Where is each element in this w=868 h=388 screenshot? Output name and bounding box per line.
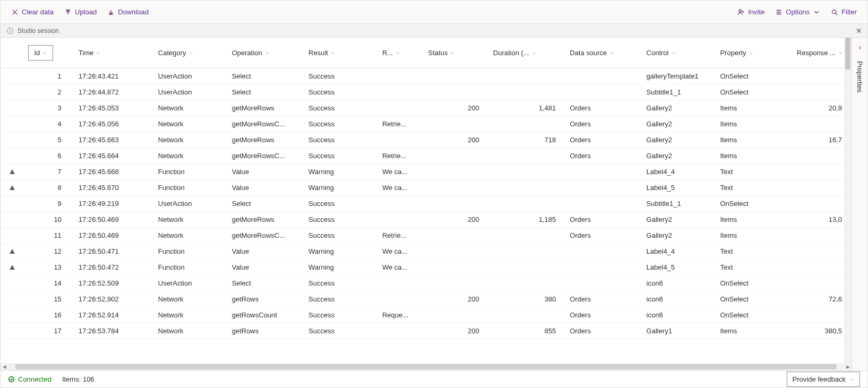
row-id: 16: [24, 307, 74, 323]
invite-button[interactable]: Invite: [737, 8, 764, 16]
grid-scroll[interactable]: Id Time Category Operation Result R... S…: [1, 38, 852, 363]
row-datasource: [565, 196, 642, 212]
row-warn-cell: [1, 116, 24, 132]
row-id: 12: [24, 244, 74, 260]
row-resultinfo: Retrie...: [378, 148, 424, 164]
row-datasource: Orders: [565, 323, 642, 339]
row-id: 17: [24, 323, 74, 339]
col-category[interactable]: Category: [154, 38, 228, 68]
provide-feedback-button[interactable]: Provide feedback: [787, 372, 860, 387]
col-time[interactable]: Time: [74, 38, 154, 68]
table-row[interactable]: 417:26:45.056NetworkgetMoreRowsC...Succe…: [1, 116, 852, 132]
row-resultinfo: We ca...: [378, 260, 424, 275]
row-operation: getMoreRows: [228, 132, 304, 148]
row-control: Label4_5: [642, 260, 716, 275]
warning-icon: [10, 185, 15, 190]
row-warn-cell: [1, 100, 24, 116]
table-row[interactable]: 1117:26:50.469NetworkgetMoreRowsC...Succ…: [1, 228, 852, 244]
row-result: Warning: [304, 260, 378, 275]
row-response: 20,9: [793, 100, 852, 116]
table-row[interactable]: 1517:26:52.902NetworkgetRowsSuccess20038…: [1, 291, 852, 307]
close-infobar-button[interactable]: ✕: [856, 27, 862, 35]
row-warn-cell: [1, 260, 24, 275]
row-time: 17:26:52.509: [74, 275, 154, 291]
row-duration: 1,481: [489, 100, 565, 116]
col-response[interactable]: Response ...: [793, 38, 852, 68]
row-control: Label4_5: [642, 180, 716, 196]
filter-label: Filter: [841, 8, 857, 16]
properties-panel-collapsed: ‹ Properties: [852, 38, 867, 370]
table-row[interactable]: 1617:26:52.914NetworkgetRowsCountSuccess…: [1, 307, 852, 323]
row-id: 6: [24, 148, 74, 164]
col-result[interactable]: Result: [304, 38, 378, 68]
table-row[interactable]: 517:26:45.663NetworkgetMoreRowsSuccess20…: [1, 132, 852, 148]
row-control: Gallery2: [642, 148, 716, 164]
row-status: [424, 164, 489, 180]
col-control[interactable]: Control: [642, 38, 716, 68]
row-control: Gallery2: [642, 132, 716, 148]
row-operation: getRowsCount: [228, 307, 304, 323]
table-row[interactable]: 617:26:45.664NetworkgetMoreRowsC...Succe…: [1, 148, 852, 164]
clear-data-button[interactable]: Clear data: [11, 8, 54, 16]
row-operation: Value: [228, 180, 304, 196]
horizontal-scrollbar[interactable]: ◀▶: [1, 363, 852, 370]
chevron-down-icon: [395, 50, 400, 56]
row-status: [424, 148, 489, 164]
col-property[interactable]: Property: [716, 38, 792, 68]
row-control: Gallery2: [642, 212, 716, 228]
row-datasource: Orders: [565, 132, 642, 148]
warning-icon: [10, 249, 15, 254]
table-row[interactable]: 917:26:49.219UserActionSelectSuccessSubt…: [1, 196, 852, 212]
upload-button[interactable]: Upload: [64, 8, 97, 16]
row-datasource: [565, 275, 642, 291]
col-status[interactable]: Status: [424, 38, 489, 68]
chevron-down-icon: [813, 8, 820, 16]
col-resultinfo[interactable]: R...: [378, 38, 424, 68]
expand-panel-button[interactable]: ‹: [858, 43, 861, 51]
row-datasource: [565, 84, 642, 100]
table-row[interactable]: 1217:26:50.471FunctionValueWarningWe ca.…: [1, 244, 852, 260]
table-row[interactable]: 117:26:43.421UserActionSelectSuccessgall…: [1, 68, 852, 84]
row-status: 200: [424, 323, 489, 339]
options-button[interactable]: Options: [775, 8, 820, 16]
row-property: Items: [716, 100, 792, 116]
col-duration[interactable]: Duration (...: [489, 38, 565, 68]
row-id: 7: [24, 164, 74, 180]
table-row[interactable]: 1717:26:53.784NetworkgetRowsSuccess20085…: [1, 323, 852, 339]
col-id[interactable]: Id: [24, 38, 74, 68]
table-row[interactable]: 217:26:44.872UserActionSelectSuccessSubt…: [1, 84, 852, 100]
row-result: Success: [304, 100, 378, 116]
download-label: Download: [118, 8, 149, 16]
table-row[interactable]: 1317:26:50.472FunctionValueWarningWe ca.…: [1, 260, 852, 275]
row-operation: Select: [228, 68, 304, 84]
row-result: Success: [304, 275, 378, 291]
row-category: UserAction: [154, 68, 228, 84]
row-status: [424, 260, 489, 275]
table-row[interactable]: 1417:26:52.509UserActionSelectSuccessico…: [1, 275, 852, 291]
row-resultinfo: [378, 275, 424, 291]
table-row[interactable]: 717:26:45.668FunctionValueWarningWe ca..…: [1, 164, 852, 180]
row-warn-cell: [1, 84, 24, 100]
row-time: 17:26:50.469: [74, 228, 154, 244]
table-row[interactable]: 817:26:45.670FunctionValueWarningWe ca..…: [1, 180, 852, 196]
col-operation[interactable]: Operation: [228, 38, 304, 68]
row-time: 17:26:50.472: [74, 260, 154, 275]
col-datasource[interactable]: Data source: [565, 38, 642, 68]
row-resultinfo: [378, 68, 424, 84]
upload-label: Upload: [75, 8, 97, 16]
row-category: Network: [154, 212, 228, 228]
row-response: 13,0: [793, 212, 852, 228]
row-category: Network: [154, 228, 228, 244]
row-status: [424, 196, 489, 212]
row-category: Function: [154, 260, 228, 275]
vertical-scrollbar[interactable]: [844, 38, 852, 363]
row-response: [793, 196, 852, 212]
connection-status: Connected: [8, 375, 51, 383]
warning-icon: [10, 169, 15, 174]
row-response: [793, 68, 852, 84]
table-row[interactable]: 317:26:45.053NetworkgetMoreRowsSuccess20…: [1, 100, 852, 116]
download-button[interactable]: Download: [107, 8, 149, 16]
filter-button[interactable]: Filter: [831, 8, 857, 16]
row-response: [793, 307, 852, 323]
table-row[interactable]: 1017:26:50.469NetworkgetMoreRowsSuccess2…: [1, 212, 852, 228]
